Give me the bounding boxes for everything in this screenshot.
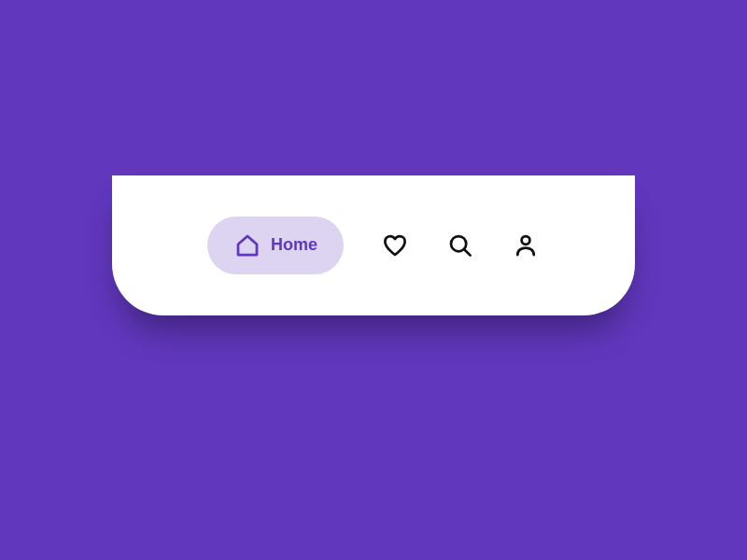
nav-item-favorites[interactable] xyxy=(381,231,409,259)
home-icon xyxy=(233,231,261,259)
user-icon xyxy=(512,231,540,259)
nav-item-profile[interactable] xyxy=(512,231,540,259)
nav-item-search[interactable] xyxy=(446,231,474,259)
heart-icon xyxy=(381,231,409,259)
nav-item-label: Home xyxy=(271,235,317,255)
bottom-nav: Home xyxy=(112,175,635,315)
svg-point-2 xyxy=(522,236,530,245)
search-icon xyxy=(446,231,474,259)
svg-line-1 xyxy=(464,249,471,256)
nav-item-home[interactable]: Home xyxy=(207,217,344,274)
